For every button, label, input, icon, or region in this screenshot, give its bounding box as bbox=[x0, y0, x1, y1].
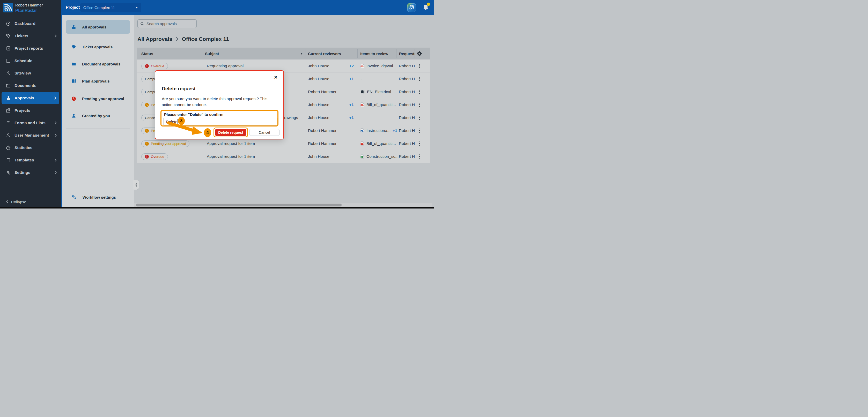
column-header-requester[interactable]: Requester bbox=[399, 47, 414, 60]
project-select-dropdown[interactable]: Office Complex 11 ▼ bbox=[80, 3, 141, 12]
reviewer-extra-count[interactable] bbox=[343, 137, 354, 150]
requester-cell: Robert Ha bbox=[399, 85, 415, 98]
sort-caret-icon[interactable]: ▼ bbox=[300, 47, 303, 60]
reviewer-cell: John House bbox=[308, 150, 330, 163]
horizontal-scrollbar[interactable] bbox=[134, 203, 432, 207]
sidebar-item-project-reports[interactable]: Project reports bbox=[0, 42, 61, 55]
items-cell[interactable]: - bbox=[361, 111, 362, 124]
user-name: Robert Hammer bbox=[15, 3, 43, 7]
sidebar-item-forms-and-lists[interactable]: Forms and Lists bbox=[0, 117, 61, 129]
status-badge: Pending your approval bbox=[141, 140, 189, 147]
sidebar-item-schedule[interactable]: Schedule bbox=[0, 55, 61, 67]
search-input[interactable] bbox=[147, 22, 190, 26]
panel-item-created-by-you[interactable]: Created by you bbox=[71, 112, 129, 119]
search-box[interactable] bbox=[137, 20, 197, 28]
item-file-name: Instructiona... bbox=[367, 128, 391, 133]
sidebar-item-projects[interactable]: Projects bbox=[0, 104, 61, 117]
items-cell[interactable]: PDFBill_of_quantiti... bbox=[361, 137, 396, 150]
sidebar-item-siteview[interactable]: SiteView bbox=[0, 67, 61, 79]
folder_fill-icon bbox=[71, 61, 76, 67]
panel-item-label: Pending your approval bbox=[82, 96, 124, 101]
reviewer-extra-count[interactable]: +1 bbox=[343, 72, 354, 85]
reviewer-cell: John House bbox=[308, 72, 330, 85]
items-cell[interactable]: EN_Electrical_... bbox=[361, 85, 397, 98]
requester-cell: Robert Ha bbox=[399, 60, 415, 72]
gears-icon bbox=[71, 195, 77, 200]
chevron-right-icon bbox=[54, 96, 57, 100]
panel-item-document-approvals[interactable]: Document approvals bbox=[71, 61, 129, 67]
table-row[interactable]: !Overdue Approval request for 1 item Joh… bbox=[137, 150, 430, 163]
notifications-button[interactable] bbox=[423, 4, 429, 11]
sidebar-item-documents[interactable]: Documents bbox=[0, 79, 61, 92]
pending-clock-icon bbox=[145, 129, 149, 133]
item-file-name: Invoice_drywal... bbox=[367, 64, 396, 68]
cancel-button[interactable]: Cancel bbox=[249, 129, 279, 136]
tag_fill-icon bbox=[71, 44, 76, 50]
row-menu-kebab-icon[interactable] bbox=[417, 98, 423, 111]
workflow-settings-button[interactable]: Workflow settings bbox=[71, 194, 116, 200]
requester-cell: Robert Ha bbox=[399, 111, 415, 124]
column-header-items[interactable]: Items to review bbox=[360, 47, 388, 60]
row-menu-kebab-icon[interactable] bbox=[417, 124, 423, 137]
row-menu-kebab-icon[interactable] bbox=[417, 111, 423, 124]
status-cell: !Overdue bbox=[141, 150, 168, 163]
sidebar-item-user-management[interactable]: User Management bbox=[0, 129, 61, 141]
sidebar-collapse-button[interactable]: Collapse bbox=[0, 198, 61, 205]
sidebar-item-tickets[interactable]: Tickets bbox=[0, 30, 61, 42]
reviewer-extra-count[interactable] bbox=[343, 124, 354, 137]
items-cell[interactable]: WInstructiona...+1 bbox=[361, 124, 397, 137]
scrollbar-thumb[interactable] bbox=[136, 203, 342, 206]
items-cell[interactable]: PDFInvoice_drywal... bbox=[361, 60, 396, 72]
delete-request-button[interactable]: Delete request bbox=[215, 129, 246, 136]
reviewer-extra-count[interactable]: +2 bbox=[343, 60, 354, 72]
sidebar-item-approvals[interactable]: Approvals bbox=[2, 92, 59, 104]
panel-item-all-approvals[interactable]: All approvals bbox=[71, 24, 129, 30]
chevron-right-icon bbox=[54, 34, 57, 37]
items-extra-count[interactable]: +1 bbox=[393, 128, 397, 133]
reviewer-extra-count[interactable] bbox=[343, 85, 354, 98]
overdue-alert-icon: ! bbox=[145, 155, 149, 159]
items-cell[interactable]: - bbox=[361, 72, 362, 85]
connect-app-icon[interactable] bbox=[407, 3, 416, 12]
chevron-right-icon bbox=[176, 37, 179, 41]
dashboard-icon bbox=[6, 21, 11, 26]
item-file-name: Bill_of_quantiti... bbox=[367, 102, 396, 107]
reviewer-extra-count[interactable] bbox=[343, 150, 354, 163]
reviewer-extra-count[interactable]: +1 bbox=[343, 98, 354, 111]
row-menu-kebab-icon[interactable] bbox=[417, 85, 423, 98]
sidebar-item-templates[interactable]: Templates bbox=[0, 154, 61, 166]
requester-cell: Robert Ha bbox=[399, 98, 415, 111]
panel-item-label: Created by you bbox=[82, 114, 110, 118]
main-nav: DashboardTicketsProject reportsScheduleS… bbox=[0, 17, 61, 179]
annotation-step-4: 4 bbox=[204, 128, 211, 137]
panel-item-ticket-approvals[interactable]: Ticket approvals bbox=[71, 43, 129, 50]
sidebar-item-dashboard[interactable]: Dashboard bbox=[0, 17, 61, 30]
row-menu-kebab-icon[interactable] bbox=[417, 72, 423, 85]
schedule-icon bbox=[6, 58, 11, 63]
sidebar-item-statistics[interactable]: Statistics bbox=[0, 141, 61, 154]
breadcrumb-root[interactable]: All Approvals bbox=[137, 36, 173, 42]
reviewer-cell: Robert Hammer bbox=[308, 85, 336, 98]
table-settings-gear-icon[interactable] bbox=[417, 51, 422, 56]
stats-icon bbox=[6, 145, 11, 150]
panel-collapse-tab[interactable] bbox=[133, 180, 139, 190]
item-file-name: EN_Electrical_... bbox=[367, 90, 397, 94]
settings-icon bbox=[6, 170, 11, 175]
items-cell[interactable]: PDFBill_of_quantiti... bbox=[361, 98, 396, 111]
row-menu-kebab-icon[interactable] bbox=[417, 137, 423, 150]
column-header-status[interactable]: Status bbox=[141, 47, 153, 60]
items-cell[interactable]: XConstruction_sc... bbox=[361, 150, 399, 163]
row-menu-kebab-icon[interactable] bbox=[417, 60, 423, 72]
close-icon[interactable]: ✕ bbox=[274, 75, 278, 80]
divider bbox=[66, 37, 130, 37]
sidebar-item-settings[interactable]: Settings bbox=[0, 166, 61, 179]
reviewer-extra-count[interactable]: +1 bbox=[343, 111, 354, 124]
row-menu-kebab-icon[interactable] bbox=[417, 150, 423, 163]
map-file-icon bbox=[361, 90, 365, 94]
panel-item-pending-your-approval[interactable]: Pending your approval bbox=[71, 95, 129, 102]
column-header-reviewers[interactable]: Current reviewers bbox=[308, 47, 341, 60]
person_fill-icon bbox=[71, 113, 76, 119]
reviewer-cell: John House bbox=[308, 98, 330, 111]
column-header-subject[interactable]: Subject bbox=[205, 47, 219, 60]
panel-item-plan-approvals[interactable]: Plan approvals bbox=[71, 77, 129, 84]
